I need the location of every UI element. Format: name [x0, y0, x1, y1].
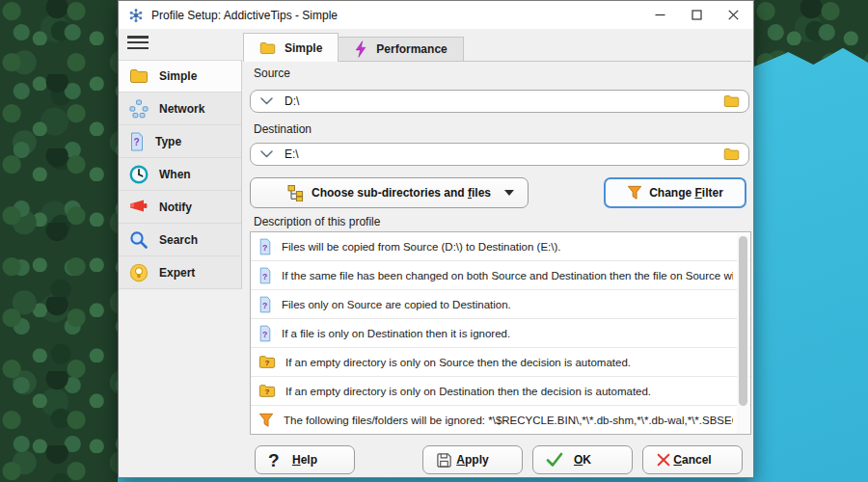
lightning-icon: [354, 40, 367, 58]
choose-subdirectories-label: Choose sub-directories and files: [312, 186, 491, 200]
folder-icon: [129, 68, 149, 84]
sidebar-item-label: Expert: [159, 266, 195, 280]
sidebar-item-label: Network: [159, 102, 204, 116]
scrollbar-track[interactable]: [737, 233, 749, 435]
sidebar-item-search[interactable]: Search: [119, 224, 241, 256]
cancel-button[interactable]: Cancel: [642, 445, 743, 474]
svg-text:?: ?: [262, 329, 267, 338]
scrollbar-thumb[interactable]: [739, 236, 747, 406]
ok-button[interactable]: OK: [532, 445, 633, 474]
file-question-icon: ?: [258, 238, 272, 255]
wallpaper-forest: [754, 0, 868, 104]
check-icon: [546, 452, 563, 468]
ok-label: OK: [574, 453, 591, 467]
tab-simple[interactable]: Simple: [243, 33, 339, 62]
maximize-icon: [692, 10, 702, 20]
svg-text:?: ?: [133, 137, 139, 147]
destination-combobox[interactable]: E:\: [250, 143, 749, 166]
description-label: Description of this profile: [254, 215, 380, 228]
funnel-icon: [258, 413, 274, 428]
sidebar-item-type[interactable]: ? Type: [119, 125, 241, 158]
description-text: Files only on Source are copied to Desti…: [282, 299, 511, 310]
description-text: Files will be copied from Source (D:\) t…: [282, 241, 561, 253]
description-text: If an empty directory is only on Destina…: [285, 386, 651, 397]
sidebar-item-label: When: [159, 168, 191, 181]
close-button[interactable]: [715, 1, 751, 29]
sidebar-item-label: Simple: [159, 69, 197, 83]
destination-label: Destination: [254, 122, 312, 136]
description-row: ? If an empty directory is only on Desti…: [251, 377, 750, 406]
description-row: The following files/folders will be igno…: [251, 406, 750, 435]
cancel-label: Cancel: [673, 453, 711, 467]
profile-description-list: ? Files will be copied from Source (D:\)…: [250, 231, 751, 435]
sidebar-item-when[interactable]: When: [119, 158, 241, 191]
profile-setup-window: Profile Setup: AddictiveTips - Simple Si…: [118, 0, 754, 478]
minimize-icon: [655, 10, 665, 20]
apply-label: Apply: [456, 453, 488, 467]
svg-text:?: ?: [262, 242, 267, 252]
destination-value: E:\: [285, 147, 723, 161]
svg-text:?: ?: [262, 271, 267, 281]
help-icon: ?: [268, 451, 280, 469]
description-row: ? Files only on Source are copied to Des…: [251, 290, 750, 319]
sidebar: Simple Network ? Type When Notify Search…: [119, 60, 242, 289]
maximize-button[interactable]: [678, 1, 715, 29]
browse-folder-icon[interactable]: [723, 147, 740, 161]
chevron-down-icon: [260, 97, 273, 105]
save-icon: [436, 452, 452, 469]
choose-subdirectories-button[interactable]: Choose sub-directories and files: [250, 177, 529, 208]
apply-button[interactable]: Apply: [422, 445, 523, 474]
folder-icon: [259, 41, 276, 55]
source-label: Source: [254, 67, 290, 80]
megaphone-icon: [129, 199, 149, 216]
help-button[interactable]: ? Help: [255, 445, 355, 474]
svg-text:?: ?: [262, 300, 267, 309]
funnel-icon: [627, 185, 642, 201]
help-label: Help: [292, 453, 317, 467]
clock-icon: [129, 165, 149, 184]
file-question-icon: ?: [129, 132, 145, 151]
description-row: ? Files will be copied from Source (D:\)…: [251, 232, 750, 261]
change-filter-button[interactable]: Change Filter: [604, 177, 746, 208]
app-icon: [128, 8, 144, 23]
menu-hamburger-icon[interactable]: [127, 36, 149, 50]
svg-text:?: ?: [265, 388, 270, 396]
minimize-button[interactable]: [641, 1, 678, 29]
description-text: If an empty directory is only on Source …: [285, 357, 631, 368]
wallpaper-forest: [0, 0, 118, 482]
source-combobox[interactable]: D:\: [250, 90, 749, 113]
sidebar-item-label: Notify: [159, 201, 192, 214]
file-question-icon: ?: [258, 267, 272, 284]
magnifier-icon: [129, 230, 149, 250]
description-row: ? If the same file has been changed on b…: [251, 261, 750, 290]
tab-label: Simple: [285, 41, 322, 55]
description-text: If the same file has been changed on bot…: [282, 270, 733, 281]
directory-tree-icon: [287, 184, 305, 201]
sidebar-item-expert[interactable]: Expert: [119, 256, 241, 289]
close-icon: [728, 10, 739, 20]
change-filter-label: Change Filter: [649, 186, 723, 200]
sidebar-item-network[interactable]: Network: [119, 93, 241, 125]
folder-question-icon: ?: [258, 384, 276, 398]
window-title: Profile Setup: AddictiveTips - Simple: [151, 9, 338, 22]
network-icon: [129, 99, 149, 119]
folder-question-icon: ?: [258, 355, 276, 369]
sidebar-item-label: Type: [155, 135, 181, 148]
description-row: ? If a file is only on Destination then …: [251, 319, 750, 348]
browse-folder-icon[interactable]: [723, 94, 740, 108]
tab-performance[interactable]: Performance: [339, 37, 463, 62]
sidebar-item-label: Search: [159, 233, 198, 247]
svg-text:?: ?: [265, 359, 270, 367]
file-question-icon: ?: [258, 296, 272, 313]
sidebar-item-notify[interactable]: Notify: [119, 191, 241, 224]
sidebar-item-simple[interactable]: Simple: [119, 60, 241, 93]
source-value: D:\: [285, 94, 723, 108]
tab-label: Performance: [376, 42, 447, 56]
tabbar: Simple Performance: [243, 33, 464, 62]
chevron-down-icon: [260, 150, 273, 158]
description-text: If a file is only on Destination then it…: [282, 328, 510, 339]
file-question-icon: ?: [258, 325, 272, 342]
lightbulb-icon: [129, 263, 149, 282]
description-text: The following files/folders will be igno…: [284, 415, 733, 426]
dropdown-caret-icon: [504, 190, 514, 196]
